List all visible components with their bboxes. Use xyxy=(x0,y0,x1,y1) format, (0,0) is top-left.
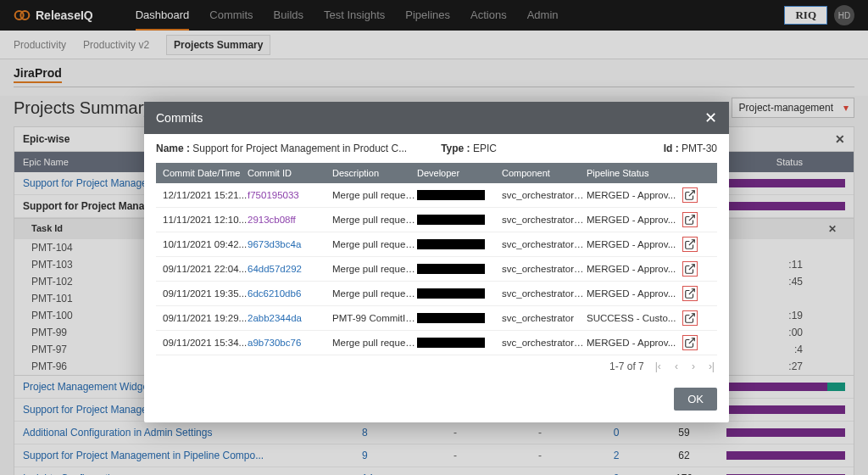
commit-row: 09/11/2021 19:35...6dc6210db6Merge pull … xyxy=(156,282,717,306)
commit-id-link[interactable]: 2abb2344da xyxy=(248,313,332,323)
name-label: Name : xyxy=(156,142,190,154)
modal-meta: Name : Support for Project Management in… xyxy=(144,134,729,163)
open-link[interactable] xyxy=(680,187,700,203)
svg-line-6 xyxy=(689,289,694,294)
commit-datetime: 09/11/2021 19:35... xyxy=(163,288,248,299)
commit-id-link[interactable]: 2913cb08ff xyxy=(248,215,332,225)
commit-developer xyxy=(417,338,502,348)
col-commit-id: Commit ID xyxy=(248,168,332,178)
commit-description: Merge pull reques... xyxy=(332,190,417,200)
ok-button[interactable]: OK xyxy=(674,388,717,411)
commit-id-link[interactable]: a9b730bc76 xyxy=(248,338,332,348)
commit-component: svc_orchestrator_... xyxy=(502,338,587,348)
pager-first-icon[interactable]: |‹ xyxy=(653,360,664,372)
commit-pipeline-status: MERGED - Approv... xyxy=(587,338,680,348)
commit-row: 12/11/2021 15:21...f750195033Merge pull … xyxy=(156,183,717,208)
pager-last-icon[interactable]: ›| xyxy=(706,360,717,372)
commit-datetime: 11/11/2021 12:10... xyxy=(163,215,248,225)
name-value: Support for Project Management in Produc… xyxy=(192,142,407,154)
open-external-icon[interactable] xyxy=(682,286,698,301)
commit-description: Merge pull reques... xyxy=(332,288,417,299)
commit-pipeline-status: MERGED - Approv... xyxy=(587,215,680,225)
open-link[interactable] xyxy=(680,286,700,301)
commit-pipeline-status: SUCCESS - Custo... xyxy=(587,313,680,323)
col-description: Description xyxy=(332,168,417,178)
commit-developer xyxy=(417,190,502,200)
commit-pipeline-status: MERGED - Approv... xyxy=(587,239,680,249)
commit-datetime: 09/11/2021 22:04... xyxy=(163,264,248,274)
modal-title: Commits xyxy=(156,111,203,125)
commits-modal: Commits ✕ Name : Support for Project Man… xyxy=(144,102,729,422)
svg-line-2 xyxy=(689,191,694,196)
commit-id-link[interactable]: 9673d3bc4a xyxy=(248,239,332,249)
commit-component: svc_orchestrator_... xyxy=(502,215,587,225)
type-label: Type : xyxy=(441,142,470,154)
open-link[interactable] xyxy=(680,212,700,227)
commit-pipeline-status: MERGED - Approv... xyxy=(587,288,680,299)
svg-line-3 xyxy=(689,215,694,221)
col-pipeline-status: Pipeline Status xyxy=(587,168,680,178)
commit-description: Merge pull reques... xyxy=(332,264,417,274)
commit-description: Merge pull reques... xyxy=(332,338,417,348)
col-component: Component xyxy=(502,168,587,178)
commit-datetime: 09/11/2021 19:29... xyxy=(163,313,248,323)
commits-table-header: Commit Date/Time Commit ID Description D… xyxy=(156,163,717,183)
svg-line-7 xyxy=(689,314,694,319)
pager-prev-icon[interactable]: ‹ xyxy=(672,360,681,372)
col-developer: Developer xyxy=(417,168,502,178)
type-value: EPIC xyxy=(473,142,497,154)
commit-developer xyxy=(417,215,502,225)
col-datetime: Commit Date/Time xyxy=(163,168,248,178)
commit-row: 09/11/2021 15:34...a9b730bc76Merge pull … xyxy=(156,331,717,355)
open-external-icon[interactable] xyxy=(682,261,698,277)
commit-developer xyxy=(417,288,502,299)
commit-component: svc_orchestrator_... xyxy=(502,288,587,299)
open-external-icon[interactable] xyxy=(682,335,698,350)
commit-datetime: 10/11/2021 09:42... xyxy=(163,239,248,249)
id-label: Id : xyxy=(664,142,679,154)
open-external-icon[interactable] xyxy=(682,187,698,203)
commit-developer xyxy=(417,239,502,249)
svg-line-8 xyxy=(689,338,694,344)
commit-description: Merge pull reques... xyxy=(332,215,417,225)
commit-description: Merge pull reques... xyxy=(332,239,417,249)
commit-row: 10/11/2021 09:42...9673d3bc4aMerge pull … xyxy=(156,232,717,257)
modal-header: Commits ✕ xyxy=(144,102,729,134)
commit-component: svc_orchestrator_... xyxy=(502,239,587,249)
open-external-icon[interactable] xyxy=(682,212,698,227)
commit-row: 09/11/2021 22:04...64dd57d292Merge pull … xyxy=(156,257,717,282)
open-link[interactable] xyxy=(680,335,700,350)
commit-id-link[interactable]: f750195033 xyxy=(248,190,332,200)
commit-row: 09/11/2021 19:29...2abb2344daPMT-99 Comm… xyxy=(156,306,717,331)
commit-component: svc_orchestrator_... xyxy=(502,264,587,274)
id-value: PMT-30 xyxy=(682,142,717,154)
pager-next-icon[interactable]: › xyxy=(689,360,698,372)
open-link[interactable] xyxy=(680,310,700,326)
open-link[interactable] xyxy=(680,261,700,277)
open-external-icon[interactable] xyxy=(682,310,698,326)
svg-line-5 xyxy=(689,265,694,270)
commit-pipeline-status: MERGED - Approv... xyxy=(587,264,680,274)
commit-developer xyxy=(417,264,502,274)
commit-developer xyxy=(417,313,502,323)
svg-line-4 xyxy=(689,240,694,245)
pager: 1-7 of 7 |‹ ‹ › ›| xyxy=(144,355,729,381)
commit-datetime: 09/11/2021 15:34... xyxy=(163,338,248,348)
commit-component: svc_orchestrator xyxy=(502,313,587,323)
close-icon[interactable]: ✕ xyxy=(704,109,717,127)
commit-row: 11/11/2021 12:10...2913cb08ffMerge pull … xyxy=(156,208,717,232)
commit-component: svc_orchestrator_... xyxy=(502,190,587,200)
open-link[interactable] xyxy=(680,237,700,252)
pager-text: 1-7 of 7 xyxy=(609,360,644,372)
open-external-icon[interactable] xyxy=(682,237,698,252)
commit-pipeline-status: MERGED - Approv... xyxy=(587,190,680,200)
commit-description: PMT-99 CommitIn... xyxy=(332,313,417,323)
commit-id-link[interactable]: 6dc6210db6 xyxy=(248,288,332,299)
commit-id-link[interactable]: 64dd57d292 xyxy=(248,264,332,274)
commit-datetime: 12/11/2021 15:21... xyxy=(163,190,248,200)
